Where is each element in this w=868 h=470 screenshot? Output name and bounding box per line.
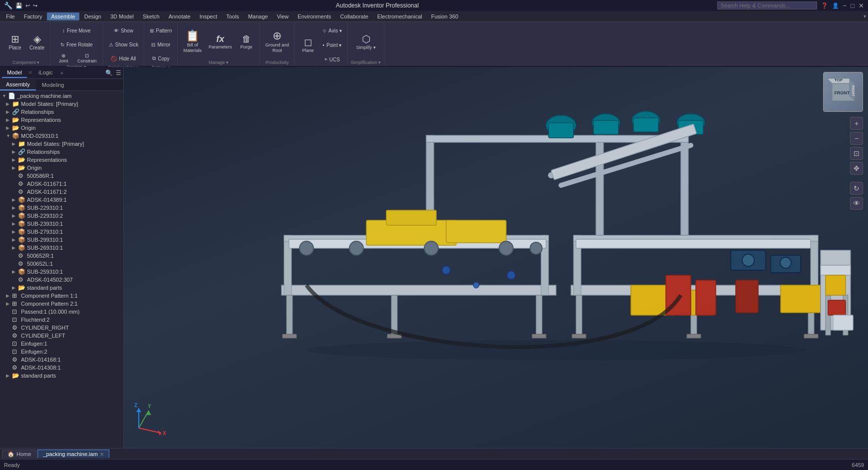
- ucs-button[interactable]: ⌖ UCS: [320, 53, 344, 66]
- 3d-view-area[interactable]: FRONT TOP RIGHT + − ⊡ ✥ ↻ 👁 X Y: [124, 67, 868, 448]
- list-item[interactable]: ▶ 📂 Origin: [0, 164, 123, 172]
- tree-root-item[interactable]: ▼ 📄 _packing machine.iam: [0, 92, 123, 100]
- list-item[interactable]: ⊡ Fluchtend:2: [0, 316, 123, 324]
- free-move-button[interactable]: ↕ Free Move: [53, 24, 100, 37]
- minimize-button[interactable]: −: [843, 2, 847, 9]
- close-button[interactable]: ✕: [859, 2, 864, 9]
- list-item[interactable]: ⚙ ADSK-014308:1: [0, 364, 123, 372]
- list-item[interactable]: ⊡ Einfugen:2: [0, 348, 123, 356]
- quick-access-redo[interactable]: ↪: [33, 2, 37, 9]
- bill-of-materials-button[interactable]: 📋 Bill ofMaterials: [181, 27, 204, 57]
- list-item[interactable]: ⚙ 500652L:1: [0, 260, 123, 268]
- menu-sketch[interactable]: Sketch: [139, 12, 164, 20]
- help-icon[interactable]: ❓: [821, 2, 828, 9]
- menu-file[interactable]: File: [2, 12, 19, 20]
- list-item[interactable]: ⚙ ADSK-011671:1: [0, 180, 123, 188]
- list-item[interactable]: ▶ 📂 standard parts: [0, 372, 123, 380]
- list-item[interactable]: ▶ 📦 SUB-269310:1: [0, 244, 123, 252]
- create-button[interactable]: ◈ Create: [27, 27, 47, 57]
- list-item[interactable]: ▶ 📂 Representations: [0, 116, 123, 124]
- list-item[interactable]: ▶ 📦 ADSK-014389:1: [0, 196, 123, 204]
- list-item[interactable]: ▼ 📦 MOD-029310:1: [0, 132, 123, 140]
- list-item[interactable]: ▶ 📦 SUB-279310:1: [0, 228, 123, 236]
- constrain-button[interactable]: ⊡ Constrain: [74, 52, 100, 64]
- list-item[interactable]: ▶ 📁 Model States: [Primary]: [0, 140, 123, 148]
- plane-button[interactable]: ◻ Plane: [298, 30, 318, 60]
- list-item[interactable]: ⊡ Passend:1 (10.000 mm): [0, 308, 123, 316]
- quick-access-undo[interactable]: ↩: [25, 2, 30, 9]
- manage-group-label: Manage ▾: [209, 60, 229, 65]
- mirror-button[interactable]: ⊟ Mirror: [147, 38, 174, 51]
- point-button[interactable]: • Point ▾: [320, 38, 344, 51]
- tab-ilogic[interactable]: iLogic: [33, 68, 58, 78]
- copy-button[interactable]: ⧉ Copy: [147, 52, 174, 65]
- list-item[interactable]: ▶ 📦 SUB-229310:1: [0, 204, 123, 212]
- list-item[interactable]: ▶ 📦 SUB-229310:2: [0, 212, 123, 220]
- search-input[interactable]: [717, 1, 817, 9]
- list-item[interactable]: ⚙ ADSK-011671:2: [0, 188, 123, 196]
- menu-fusion360[interactable]: Fusion 360: [427, 12, 462, 20]
- add-panel-tab[interactable]: +: [58, 69, 66, 77]
- list-item[interactable]: ⚙ CYLINDER_RIGHT: [0, 324, 123, 332]
- list-item[interactable]: ⚙ CYLINDER_LEFT: [0, 332, 123, 340]
- list-item[interactable]: ⚙ ADSK-014168:1: [0, 356, 123, 364]
- show-sick-button[interactable]: ⚠ Show Sick: [106, 38, 141, 51]
- simplify-button[interactable]: ⬡ Simplify ▾: [354, 27, 378, 57]
- menu-manage[interactable]: Manage: [244, 12, 272, 20]
- list-item[interactable]: ▶ 📂 standard parts: [0, 284, 123, 292]
- pattern-button[interactable]: ⊞ Pattern: [147, 24, 174, 37]
- list-item[interactable]: ▶ 📦 SUB-239310:1: [0, 220, 123, 228]
- parameters-button[interactable]: fx Parameters: [206, 27, 235, 57]
- list-item[interactable]: ⚙ 500652R:1: [0, 252, 123, 260]
- menu-electromechanical[interactable]: Electromechanical: [373, 12, 426, 20]
- panel-header: Assembly Modeling: [0, 79, 123, 91]
- menu-view[interactable]: View: [273, 12, 293, 20]
- menu-design[interactable]: Design: [80, 12, 105, 20]
- packing-machine-tab[interactable]: _packing machine.iam ✕: [37, 450, 109, 458]
- list-item[interactable]: ▶ 📂 Representations: [0, 156, 123, 164]
- panel-menu-icon[interactable]: ☰: [116, 69, 121, 76]
- svg-rect-32: [572, 334, 586, 338]
- free-rotate-icon: ↻: [60, 42, 64, 47]
- close-tab-icon[interactable]: ✕: [100, 452, 104, 457]
- menu-collaborate[interactable]: Collaborate: [336, 12, 372, 20]
- list-item[interactable]: ▶ 🔗 Relationships: [0, 108, 123, 116]
- menu-annotate[interactable]: Annotate: [165, 12, 195, 20]
- maximize-button[interactable]: □: [851, 2, 855, 9]
- menu-inspect[interactable]: Inspect: [196, 12, 221, 20]
- list-item[interactable]: ⚙ 500586R:1: [0, 172, 123, 180]
- subtab-assembly[interactable]: Assembly: [0, 79, 36, 90]
- joint-button[interactable]: ⊗ Joint: [53, 52, 73, 64]
- quick-access-save[interactable]: 💾: [15, 2, 22, 9]
- hide-all-button[interactable]: 🚫 Hide All: [106, 52, 141, 65]
- panel-search-icon[interactable]: 🔍: [105, 69, 113, 76]
- ground-root-button[interactable]: ⊕ Ground andRoot: [263, 27, 292, 57]
- show-button[interactable]: 👁 Show: [106, 24, 141, 37]
- tab-model[interactable]: Model: [2, 68, 27, 78]
- coord-axes: X Y Z: [134, 403, 164, 433]
- show-sick-icon: ⚠: [109, 42, 113, 47]
- list-item[interactable]: ▶ 📂 Origin: [0, 124, 123, 132]
- menu-environments[interactable]: Environments: [293, 12, 335, 20]
- menu-3dmodel[interactable]: 3D Model: [106, 12, 138, 20]
- menu-tools[interactable]: Tools: [222, 12, 243, 20]
- account-icon[interactable]: 👤: [832, 2, 839, 9]
- ribbon-toggle[interactable]: ▾: [864, 13, 866, 19]
- home-tab[interactable]: 🏠 Home: [2, 450, 36, 459]
- menu-factory[interactable]: Factory: [20, 12, 46, 20]
- list-item[interactable]: ▶ 📁 Model States: [Primary]: [0, 100, 123, 108]
- list-item[interactable]: ▶ 📦 SUB-259310:1: [0, 268, 123, 276]
- list-item[interactable]: ▶ 📦 SUB-299310:1: [0, 236, 123, 244]
- axis-button[interactable]: ⊹ Axis ▾: [320, 24, 344, 37]
- svg-text:FRONT: FRONT: [834, 90, 850, 95]
- list-item[interactable]: ▶ ⊞ Component Pattern 1:1: [0, 292, 123, 300]
- subtab-modeling[interactable]: Modeling: [36, 80, 70, 90]
- list-item[interactable]: ▶ ⊞ Component Pattern 2:1: [0, 300, 123, 308]
- menu-assemble[interactable]: Assemble: [47, 12, 79, 20]
- purge-button[interactable]: 🗑 Purge: [237, 27, 257, 57]
- list-item[interactable]: ⊡ Einfugen:1: [0, 340, 123, 348]
- place-button[interactable]: ⊞ Place: [5, 27, 25, 57]
- list-item[interactable]: ▶ 🔗 Relationships: [0, 148, 123, 156]
- free-rotate-button[interactable]: ↻ Free Rotate: [53, 38, 100, 51]
- list-item[interactable]: ⚙ ADSK-014502:307: [0, 276, 123, 284]
